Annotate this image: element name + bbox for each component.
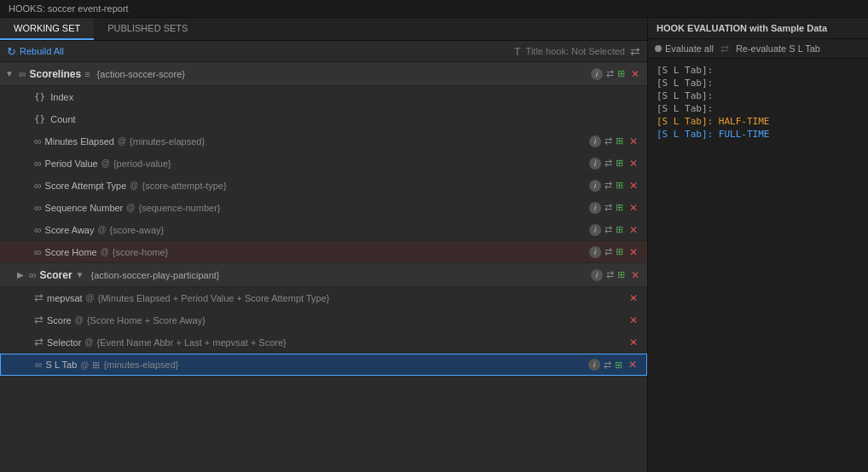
info-icon-4[interactable]: i [589, 158, 601, 170]
selector-label: Selector [47, 337, 81, 348]
collapse-button[interactable]: ▼ [5, 69, 14, 78]
add-grid-icon-3[interactable]: ⊞ [616, 135, 623, 147]
close-icon-6[interactable]: ✕ [627, 202, 640, 214]
right-content: [S L Tab]:[S L Tab]:[S L Tab]:[S L Tab]:… [648, 59, 868, 472]
score-home-label: Score Home [45, 247, 97, 257]
toolbar: ↻ Rebuild All T Title hook: Not Selected… [0, 41, 647, 62]
at-icon-s: @ [75, 315, 84, 325]
left-panel: WORKING SET PUBLISHED SETS ↻ Rebuild All… [0, 18, 648, 472]
title-text: HOOKS: soccer event-report [9, 3, 129, 14]
add-grid-icon-4[interactable]: ⊞ [616, 158, 623, 169]
title-bar: HOOKS: soccer event-report [0, 0, 868, 18]
scorelines-section-header: ▼ ∞ Scorelines ≡ {action-soccer-score} i… [0, 62, 647, 86]
close-icon-scorer[interactable]: ✕ [628, 269, 642, 281]
eval-line: [S L Tab]: [657, 89, 859, 102]
score-attempt-type-value: {score-attempt-type} [142, 181, 227, 191]
add-grid-icon-sl[interactable]: ⊞ [615, 360, 622, 371]
score-attempt-type-row[interactable]: ∞ Score Attempt Type @ {score-attempt-ty… [0, 175, 647, 197]
at-icon-7: @ [97, 225, 106, 234]
eval-line: [S L Tab]: FULL-TIME [657, 128, 859, 141]
add-grid-icon-scorer[interactable]: ⊞ [617, 269, 625, 280]
sequence-number-label: Sequence Number [45, 203, 124, 213]
close-icon-selector[interactable]: ✕ [627, 337, 640, 348]
index-row[interactable]: {} Index [0, 86, 647, 108]
close-icon-4[interactable]: ✕ [627, 158, 640, 170]
add-grid-icon-7[interactable]: ⊞ [616, 224, 623, 235]
sequence-number-value: {sequence-number} [138, 203, 220, 213]
close-icon-7[interactable]: ✕ [627, 224, 640, 236]
stack-icon: ≡ [84, 69, 90, 79]
share-icon-scorer[interactable]: ⇄ [606, 269, 614, 280]
reevaluate-button[interactable]: Re-evaluate S L Tab [736, 43, 820, 54]
score-away-row[interactable]: ∞ Score Away @ {score-away} i ⇄ ⊞ ✕ [0, 219, 647, 241]
curly-icon-2: {} [34, 113, 45, 124]
tab-bar: WORKING SET PUBLISHED SETS [0, 18, 647, 41]
info-icon-3[interactable]: i [589, 135, 601, 147]
refresh-icon: ↻ [7, 45, 16, 58]
rebuild-all-button[interactable]: ↻ Rebuild All [7, 45, 64, 58]
sl-tab-value: {minutes-elapsed} [103, 360, 178, 370]
mepvsat-row[interactable]: ⇄ mepvsat @ {Minutes Elapsed + Period Va… [0, 287, 647, 309]
share-icon-8[interactable]: ⇄ [605, 246, 612, 257]
close-icon-score[interactable]: ✕ [627, 314, 640, 326]
close-icon-mepvsat[interactable]: ✕ [627, 292, 640, 304]
score-row[interactable]: ⇄ Score @ {Score Home + Score Away} ✕ [0, 309, 647, 331]
score-value: {Score Home + Score Away} [87, 315, 205, 325]
info-icon-6[interactable]: i [589, 202, 601, 214]
sl-tab-row[interactable]: ∞ S L Tab @ ⊞ {minutes-elapsed} i ⇄ ⊞ ✕ [0, 354, 647, 376]
section-name: Scorelines [29, 68, 81, 80]
sl-tab-label: S L Tab [46, 360, 78, 370]
close-icon[interactable]: ✕ [628, 68, 642, 80]
share-icon-4[interactable]: ⇄ [605, 158, 612, 169]
count-row[interactable]: {} Count [0, 108, 647, 130]
evaluate-all-button[interactable]: Evaluate all [655, 43, 714, 54]
at-icon-5: @ [130, 181, 138, 190]
at-icon: @ [118, 136, 126, 146]
info-icon-sl[interactable]: i [588, 359, 600, 371]
score-attempt-type-label: Score Attempt Type [45, 181, 127, 191]
score-home-row[interactable]: ∞ Score Home @ {score-home} i ⇄ ⊞ ✕ [0, 241, 647, 263]
close-icon-5[interactable]: ✕ [627, 180, 640, 192]
selector-row[interactable]: ⇄ Selector @ {Event Name Abbr + Last + m… [0, 331, 647, 354]
index-label: Index [50, 92, 73, 102]
scorer-collapse-button[interactable]: ▶ [17, 270, 24, 279]
tab-published-sets[interactable]: PUBLISHED SETS [94, 18, 201, 40]
section-tag: {action-soccer-score} [97, 69, 185, 79]
share-icon-toolbar[interactable]: ⇄ [630, 44, 640, 58]
info-icon[interactable]: i [591, 68, 603, 80]
share-icon-7[interactable]: ⇄ [605, 224, 612, 235]
link-icon-2: ∞ [34, 135, 42, 147]
tab-working-set[interactable]: WORKING SET [0, 18, 94, 40]
add-grid-icon-6[interactable]: ⊞ [616, 202, 623, 213]
at-icon-sel: @ [84, 337, 93, 347]
share-icon[interactable]: ⇄ [606, 68, 614, 79]
sequence-number-row[interactable]: ∞ Sequence Number @ {sequence-number} i … [0, 197, 647, 219]
close-icon-sl[interactable]: ✕ [626, 359, 639, 371]
period-value-label: Period Value [45, 158, 98, 169]
minutes-elapsed-row[interactable]: ∞ Minutes Elapsed @ {minutes-elapsed} i … [0, 130, 647, 153]
close-icon-3[interactable]: ✕ [627, 135, 640, 147]
share-icon-sl[interactable]: ⇄ [604, 360, 611, 371]
score-label: Score [47, 315, 72, 325]
right-panel-header: HOOK EVALUATION with Sample Data [648, 18, 868, 39]
eval-line: [S L Tab]: [657, 64, 859, 77]
info-icon-5[interactable]: i [589, 180, 601, 192]
share-icon-3[interactable]: ⇄ [605, 135, 612, 147]
at-icon-m: @ [86, 293, 95, 302]
close-icon-8[interactable]: ✕ [627, 246, 640, 258]
eval-dot [655, 45, 662, 52]
add-grid-icon[interactable]: ⊞ [617, 68, 625, 79]
info-icon-8[interactable]: i [589, 246, 601, 258]
mepvsat-label: mepvsat [47, 293, 83, 303]
link-icon-7: ∞ [34, 224, 42, 236]
title-hook-area: T Title hook: Not Selected ⇄ [514, 44, 640, 58]
add-grid-icon-5[interactable]: ⊞ [616, 180, 623, 191]
add-grid-icon-8[interactable]: ⊞ [616, 246, 623, 257]
share-icon-6[interactable]: ⇄ [605, 202, 612, 213]
period-value-row[interactable]: ∞ Period Value @ {period-value} i ⇄ ⊞ ✕ [0, 153, 647, 175]
share-icon-5[interactable]: ⇄ [605, 180, 612, 191]
count-label: Count [50, 114, 75, 124]
info-icon-scorer[interactable]: i [591, 269, 603, 281]
info-icon-7[interactable]: i [589, 224, 601, 236]
title-hook-label: Title hook: Not Selected [526, 46, 625, 56]
